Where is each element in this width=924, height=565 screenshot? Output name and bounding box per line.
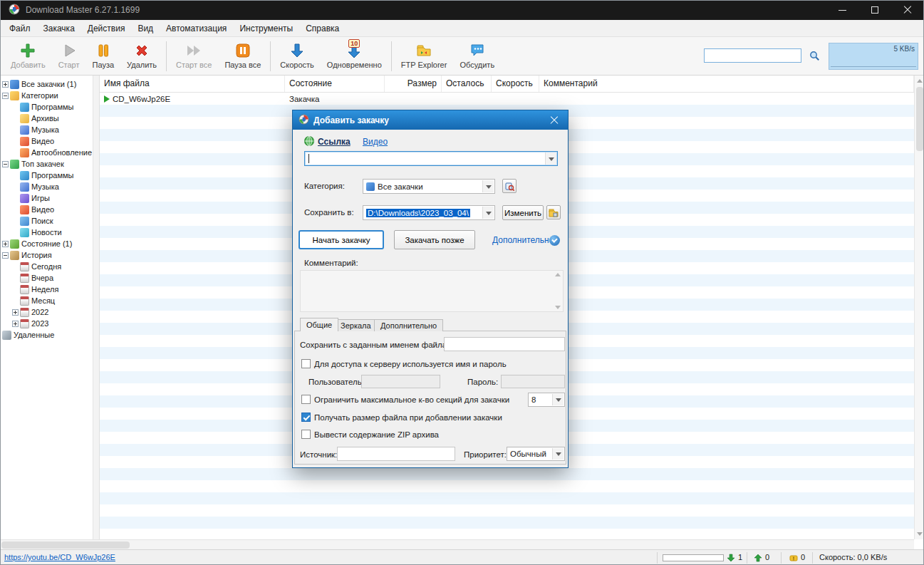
speed-limit-button[interactable]: Скорость [274, 41, 321, 71]
menu-help[interactable]: Справка [299, 20, 346, 37]
filename-input[interactable] [444, 337, 565, 351]
menu-file[interactable]: Файл [3, 20, 37, 37]
dialog-close-button[interactable] [546, 113, 562, 128]
delete-button[interactable]: Удалить [120, 41, 163, 71]
expander-minus-icon[interactable] [2, 93, 9, 99]
menu-tools[interactable]: Инструменты [233, 20, 299, 37]
tree-item-autoupdate[interactable]: Автообновление [0, 147, 93, 158]
column-size[interactable]: Размер [385, 76, 442, 92]
user-input[interactable] [361, 375, 440, 388]
password-input[interactable] [501, 375, 565, 388]
add-download-button[interactable]: Добавить [4, 41, 52, 71]
minimize-button[interactable] [826, 0, 858, 20]
chevron-down-icon[interactable] [552, 448, 564, 460]
tree-item-news[interactable]: Новости [0, 227, 93, 238]
sections-combobox[interactable]: 8 [528, 393, 565, 407]
tree-item-2023[interactable]: 2023 [0, 318, 93, 329]
zip-checkbox[interactable] [301, 430, 311, 439]
ftp-explorer-button[interactable]: FTP Explorer [395, 41, 454, 71]
start-all-button[interactable]: Старт все [170, 41, 218, 71]
menu-actions[interactable]: Действия [81, 20, 132, 37]
download-later-button[interactable]: Закачать позже [394, 230, 475, 249]
close-button[interactable] [891, 0, 924, 20]
tree-item-video[interactable]: Видео [0, 135, 93, 147]
tree-item-week[interactable]: Неделя [0, 284, 93, 295]
column-remaining[interactable]: Осталось [442, 76, 492, 92]
comment-textarea[interactable] [300, 270, 564, 312]
tree-item-all-downloads[interactable]: Все закачки (1) [0, 78, 93, 90]
filesize-checkbox[interactable] [301, 413, 311, 422]
tree-item-status[interactable]: Состояние (1) [0, 238, 93, 249]
scrollbar-thumb[interactable] [916, 87, 923, 151]
expander-plus-icon[interactable] [2, 81, 9, 88]
pause-button[interactable]: Пауза [86, 41, 121, 71]
maximize-button[interactable] [858, 0, 891, 20]
tree-item-yesterday[interactable]: Вчера [0, 272, 93, 284]
sections-checkbox[interactable] [301, 395, 311, 404]
chevron-down-icon[interactable] [545, 152, 556, 165]
tree-item-deleted[interactable]: Удаленные [0, 329, 93, 341]
scrollbar-thumb[interactable] [1, 541, 130, 549]
start-button[interactable]: Старт [52, 41, 86, 71]
tab-mirrors[interactable]: Зеркала [334, 319, 378, 331]
column-comment[interactable]: Комментарий [539, 76, 914, 92]
tab-video[interactable]: Видео [363, 137, 388, 147]
discuss-button[interactable]: Обсудить [453, 41, 501, 71]
advanced-link[interactable]: Дополнительно [492, 235, 554, 245]
browse-folder-button[interactable] [546, 205, 561, 219]
pause-all-button[interactable]: Пауза все [218, 41, 267, 71]
chevron-down-icon[interactable] [552, 394, 564, 405]
menu-download[interactable]: Закачка [37, 20, 81, 37]
tab-link[interactable]: Ссылка [318, 137, 351, 147]
sidebar-splitter[interactable] [93, 76, 100, 539]
download-url-link[interactable]: https://youtu.be/CD_W6wJp26E [4, 553, 115, 561]
category-manage-button[interactable] [502, 179, 516, 193]
tree-item-top-programs[interactable]: Программы [0, 170, 93, 181]
tree-item-2022[interactable]: 2022 [0, 306, 93, 318]
auth-checkbox-label[interactable]: Для доступа к серверу используется имя и… [314, 360, 507, 368]
expander-minus-icon[interactable] [2, 252, 9, 259]
scroll-down-icon[interactable] [555, 306, 561, 309]
tree-item-categories[interactable]: Категории [0, 90, 93, 101]
tree-item-history[interactable]: История [0, 249, 93, 261]
scroll-up-icon[interactable] [555, 273, 561, 276]
tab-advanced[interactable]: Дополнительно [374, 319, 443, 331]
priority-combobox[interactable]: Обычный [507, 447, 565, 461]
auth-checkbox[interactable] [301, 359, 311, 368]
scroll-up-icon[interactable] [917, 79, 923, 83]
column-state[interactable]: Состояние [285, 76, 385, 92]
expander-plus-icon[interactable] [12, 321, 19, 327]
scroll-down-icon[interactable] [917, 532, 923, 536]
tree-item-search[interactable]: Поиск [0, 215, 93, 227]
expander-plus-icon[interactable] [2, 241, 9, 247]
tree-item-programs[interactable]: Программы [0, 101, 93, 113]
tree-item-month[interactable]: Месяц [0, 295, 93, 306]
tree-item-top-video[interactable]: Видео [0, 204, 93, 215]
tree-item-games[interactable]: Игры [0, 192, 93, 204]
category-combobox[interactable]: Все закачки [363, 179, 495, 194]
tab-general[interactable]: Общие [300, 318, 338, 331]
chevron-down-icon[interactable] [482, 180, 494, 192]
save-path-combobox[interactable]: D:\Downloads\2023_03_04\ [363, 205, 495, 220]
change-path-button[interactable]: Изменить [502, 205, 544, 220]
simultaneous-button[interactable]: 10 Одновременно [321, 41, 388, 71]
advanced-chevron-icon[interactable] [549, 235, 560, 246]
url-combobox[interactable] [304, 151, 558, 166]
search-input[interactable] [704, 48, 801, 63]
expander-minus-icon[interactable] [2, 161, 9, 167]
menu-automation[interactable]: Автоматизация [160, 20, 233, 37]
column-speed[interactable]: Скорость [492, 76, 539, 92]
download-row[interactable]: CD_W6wJp26E Закачка [100, 93, 914, 105]
tree-item-archives[interactable]: Архивы [0, 113, 93, 124]
chevron-down-icon[interactable] [482, 207, 494, 219]
vertical-scrollbar[interactable] [914, 76, 924, 539]
expander-plus-icon[interactable] [12, 309, 19, 316]
tree-item-today[interactable]: Сегодня [0, 261, 93, 272]
tree-item-top-music[interactable]: Музыка [0, 181, 93, 192]
source-input[interactable] [337, 447, 455, 461]
filesize-checkbox-label[interactable]: Получать размер файла при добавлении зак… [314, 413, 502, 422]
sections-checkbox-label[interactable]: Ограничить максимальное к-во секций для … [314, 395, 509, 404]
search-icon[interactable] [809, 51, 820, 63]
tree-item-music[interactable]: Музыка [0, 124, 93, 135]
tree-item-top-downloads[interactable]: Топ закачек [0, 158, 93, 170]
